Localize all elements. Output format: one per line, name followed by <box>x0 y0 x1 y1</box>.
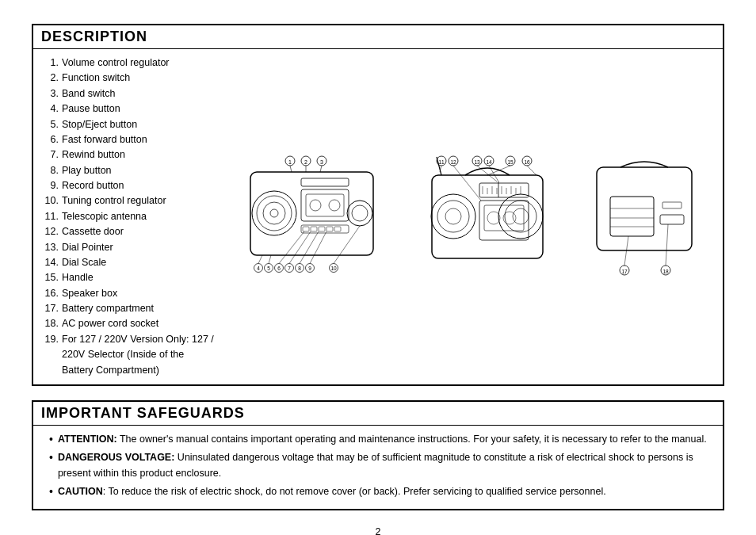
description-content: 1.Volume control regulator2.Function swi… <box>33 49 723 384</box>
svg-line-8 <box>320 166 322 172</box>
front-view-svg: 1 2 3 <box>242 153 381 280</box>
item-num-6: 6. <box>41 132 59 147</box>
safeguards-list: • ATTENTION: The owner's manual contains… <box>43 432 713 500</box>
description-item-9: 9.Record button <box>41 178 216 193</box>
attention-label: ATTENTION: <box>58 434 117 445</box>
item-text-2: Function switch <box>62 71 130 86</box>
svg-point-12 <box>263 202 285 224</box>
safeguards-item-attention: • ATTENTION: The owner's manual contains… <box>49 432 713 447</box>
description-item-2: 2.Function switch <box>41 71 216 86</box>
voltage-text: DANGEROUS VOLTAGE: Uninsulated dangerous… <box>58 450 713 481</box>
bullet-icon: • <box>49 432 53 446</box>
item-text-6: Fast forward button <box>62 132 147 147</box>
diagrams-area: 1 2 3 <box>223 55 715 378</box>
svg-line-45 <box>300 231 319 264</box>
item-num-16: 16. <box>41 286 59 301</box>
description-item-5: 5.Stop/Eject button <box>41 117 216 132</box>
description-list: 1.Volume control regulator2.Function swi… <box>41 55 216 378</box>
svg-rect-14 <box>301 178 349 186</box>
svg-text:8: 8 <box>298 266 301 271</box>
description-item-14: 14.Dial Scale <box>41 255 216 270</box>
svg-rect-95 <box>662 202 682 208</box>
svg-rect-26 <box>334 227 341 231</box>
item-num-18: 18. <box>41 316 59 331</box>
svg-rect-94 <box>660 215 684 224</box>
safeguards-section: IMPORTANT SAFEGUARDS • ATTENTION: The ow… <box>32 400 724 511</box>
item-text-14: Dial Scale <box>62 255 106 270</box>
svg-text:13: 13 <box>474 159 480 165</box>
svg-text:1: 1 <box>288 159 292 165</box>
item-num-4: 4. <box>41 101 59 117</box>
item-num-3: 3. <box>41 86 59 101</box>
side-diagram: 11 12 13 14 15 16 <box>426 153 548 280</box>
item-num-13: 13. <box>41 240 59 255</box>
svg-rect-25 <box>326 227 333 231</box>
svg-rect-24 <box>319 227 325 231</box>
item-text-18: AC power cord socket <box>62 316 158 331</box>
caution-body: : To reduce the risk of electric shock, … <box>103 486 606 497</box>
description-item-1: 1.Volume control regulator <box>41 55 216 71</box>
svg-point-16 <box>352 205 368 221</box>
svg-point-20 <box>329 200 340 211</box>
item-text-5: Stop/Eject button <box>62 117 137 132</box>
svg-point-19 <box>310 200 321 211</box>
safeguards-item-caution: • CAUTION: To reduce the risk of electri… <box>49 484 713 499</box>
page-number: 2 <box>32 520 724 535</box>
caution-label: CAUTION <box>58 486 103 497</box>
description-item-6: 6.Fast forward button <box>41 132 216 147</box>
bullet-icon-3: • <box>49 484 53 499</box>
front-diagram: 1 2 3 <box>242 153 381 280</box>
svg-rect-90 <box>610 197 654 236</box>
svg-text:17: 17 <box>621 269 628 274</box>
bullet-icon-2: • <box>49 450 53 464</box>
description-item-3: 3.Band switch <box>41 86 216 101</box>
description-item-19: 19.For 127 / 220V Version Only: 127 / 22… <box>41 332 216 378</box>
item-text-19: For 127 / 220V Version Only: 127 / 220V … <box>62 332 216 378</box>
svg-rect-22 <box>303 227 309 231</box>
svg-point-11 <box>257 196 292 231</box>
svg-text:2: 2 <box>304 159 307 165</box>
item-text-15: Handle <box>62 270 94 285</box>
svg-line-44 <box>289 231 311 264</box>
item-text-4: Pause button <box>62 101 120 117</box>
safeguards-title: IMPORTANT SAFEGUARDS <box>33 402 723 426</box>
item-num-17: 17. <box>41 301 59 316</box>
page: DESCRIPTION 1.Volume control regulator2.… <box>0 0 756 535</box>
svg-text:15: 15 <box>507 159 514 165</box>
item-text-17: Battery compartment <box>62 301 154 316</box>
item-text-11: Telescopic antenna <box>62 209 147 224</box>
svg-text:9: 9 <box>308 266 311 271</box>
svg-text:10: 10 <box>330 266 337 271</box>
svg-point-63 <box>437 201 469 232</box>
svg-text:4: 4 <box>257 266 260 271</box>
item-text-9: Record button <box>62 178 124 193</box>
item-text-13: Dial Pointer <box>62 240 113 255</box>
item-num-12: 12. <box>41 224 59 239</box>
svg-text:6: 6 <box>277 266 281 271</box>
safeguards-item-voltage: • DANGEROUS VOLTAGE: Uninsulated dangero… <box>49 450 713 481</box>
svg-line-43 <box>279 231 304 264</box>
svg-point-10 <box>252 191 296 235</box>
svg-point-64 <box>445 208 461 224</box>
item-num-5: 5. <box>41 117 59 132</box>
item-num-10: 10. <box>41 193 59 208</box>
description-title: DESCRIPTION <box>33 25 723 49</box>
description-item-13: 13.Dial Pointer <box>41 240 216 255</box>
svg-point-62 <box>431 194 475 239</box>
svg-text:11: 11 <box>438 159 445 165</box>
item-num-11: 11. <box>41 209 59 224</box>
description-item-10: 10.Tuning control regulator <box>41 193 216 208</box>
svg-point-15 <box>347 201 372 226</box>
item-num-7: 7. <box>41 147 59 162</box>
description-item-4: 4.Pause button <box>41 101 216 117</box>
item-text-7: Rewind button <box>62 147 125 162</box>
svg-text:3: 3 <box>320 159 323 165</box>
item-num-9: 9. <box>41 178 59 193</box>
svg-text:7: 7 <box>288 266 291 271</box>
svg-rect-89 <box>597 167 692 250</box>
voltage-label: DANGEROUS VOLTAGE: <box>58 452 174 463</box>
safeguards-content: • ATTENTION: The owner's manual contains… <box>33 426 723 510</box>
description-item-12: 12.Cassette door <box>41 224 216 239</box>
svg-line-88 <box>527 166 536 175</box>
description-item-7: 7.Rewind button <box>41 147 216 162</box>
